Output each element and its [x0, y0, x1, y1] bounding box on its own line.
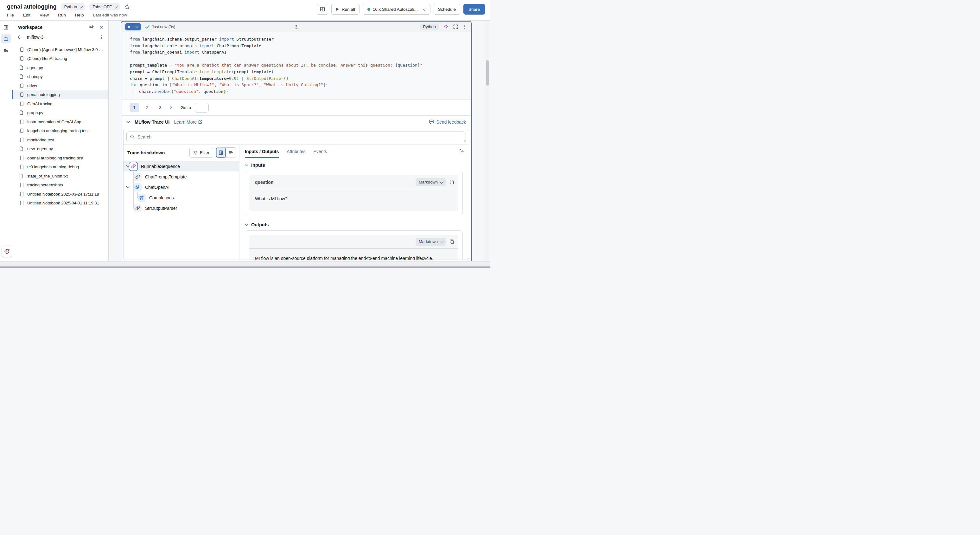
notebook-icon	[19, 101, 24, 107]
workspace-item[interactable]: genai autologging	[12, 90, 108, 99]
cell-toolbar: Just now (3s) 3 Python	[121, 22, 471, 32]
language-selector[interactable]: Python	[61, 3, 85, 10]
menu-view[interactable]: View	[40, 13, 49, 18]
fullscreen-icon[interactable]	[453, 24, 458, 29]
layout-view-button[interactable]	[317, 4, 328, 14]
workspace-item[interactable]: openai autologging tracing test	[12, 153, 108, 163]
tabs-toggle[interactable]: Tabs: OFF	[89, 3, 120, 10]
schedule-button[interactable]: Schedule	[434, 4, 460, 14]
workspace-item[interactable]: monitoring test	[12, 135, 108, 145]
outputs-collapse-chevron[interactable]	[245, 224, 248, 226]
collapse-chevron-icon[interactable]	[126, 121, 130, 123]
menu-run[interactable]: Run	[58, 13, 66, 18]
notebook-icon	[19, 128, 24, 133]
span-node-chatprompttemplate[interactable]: ChatPromptTemplate	[124, 171, 239, 182]
goto-page-input[interactable]	[195, 103, 209, 112]
tab-inputs-outputs[interactable]: Inputs / Outputs	[245, 145, 279, 158]
workspace-item[interactable]: Untitled Notebook 2025-04-01 11:19:31	[12, 199, 108, 208]
kebab-menu-icon[interactable]	[99, 35, 104, 40]
cluster-selector[interactable]: 16.x Shared Autoscali...	[363, 4, 430, 14]
page-button-2[interactable]: 2	[143, 103, 152, 112]
code-line: from langchain.schema.output_parser impo…	[130, 36, 471, 43]
cell-kebab-menu-icon[interactable]	[463, 24, 467, 29]
send-feedback-link[interactable]: Send feedback	[429, 120, 466, 125]
workspace-item[interactable]: chain.py	[12, 72, 108, 81]
span-detail-panel: Inputs / OutputsAttributesEvents Inputs	[239, 145, 469, 260]
collapse-panel-icon[interactable]	[459, 149, 465, 154]
workspace-item[interactable]: graph.py	[12, 109, 108, 118]
scrollbar-thumb[interactable]	[486, 60, 489, 86]
tree-expand-chevron[interactable]	[126, 165, 130, 167]
workspace-item[interactable]: (Clone) [Agent Framework] MLflow 3.0 D..…	[12, 45, 108, 54]
close-icon[interactable]	[99, 25, 104, 29]
current-folder-name: mlflow-3	[27, 35, 99, 40]
run-options-caret[interactable]	[134, 26, 141, 28]
menu-file[interactable]: File	[7, 13, 14, 18]
span-node-runnablesequence[interactable]: RunnableSequence	[124, 161, 239, 171]
workspace-item-label: driver	[27, 83, 105, 88]
span-node-chatopenai[interactable]: ChatOpenAI	[124, 182, 239, 192]
span-node-stroutputparser[interactable]: StrOutputParser	[124, 203, 239, 213]
run-cell-button[interactable]	[125, 23, 141, 30]
back-arrow-icon[interactable]	[17, 34, 22, 40]
next-page-icon[interactable]	[169, 105, 173, 109]
detail-view-toggle[interactable]	[216, 148, 226, 158]
workspace-item-label: agent.py	[27, 65, 105, 70]
tab-attributes[interactable]: Attributes	[286, 145, 305, 158]
workspace-item[interactable]: driver	[12, 81, 108, 90]
table-of-contents-icon[interactable]	[1, 22, 11, 32]
page-button-3[interactable]: 3	[156, 103, 165, 112]
filter-button[interactable]: Filter	[189, 148, 213, 158]
inputs-format-selector[interactable]: Markdown	[415, 178, 445, 186]
workspace-item[interactable]: Instrumentation of GenAI App	[12, 117, 108, 126]
learn-more-link[interactable]: Learn More	[174, 120, 202, 125]
workspace-folder-icon[interactable]	[1, 34, 11, 43]
copy-icon[interactable]	[449, 239, 454, 244]
workspace-item-label: openai autologging tracing test	[27, 156, 105, 160]
cluster-status-dot	[368, 8, 370, 11]
inputs-collapse-chevron[interactable]	[245, 164, 248, 166]
last-edit-link[interactable]: Last edit was now	[93, 13, 127, 18]
workspace-item[interactable]: state_of_the_union.txt	[12, 171, 108, 180]
span-node-label: RunnableSequence	[141, 164, 180, 169]
copy-icon[interactable]	[449, 180, 454, 184]
notification-dot	[8, 249, 10, 251]
page-scrollbar[interactable]	[485, 21, 489, 261]
notebook-cell[interactable]: Just now (3s) 3 Python	[121, 21, 472, 261]
tree-connector	[137, 192, 138, 198]
outputs-format-selector[interactable]: Markdown	[415, 238, 445, 246]
timeline-view-toggle[interactable]	[226, 148, 235, 158]
run-all-button[interactable]: Run all	[331, 4, 360, 14]
workspace-item[interactable]: GenAI tracing	[12, 99, 108, 109]
code-editor[interactable]: from langchain.schema.output_parser impo…	[121, 32, 471, 99]
workspace-item[interactable]: langchain autologging tracing test	[12, 126, 108, 136]
favorite-star-icon[interactable]	[124, 4, 130, 10]
workspace-item-label: langchain autologging tracing test	[27, 128, 105, 133]
trace-search-bar[interactable]	[126, 131, 466, 142]
cell-run-status: Just now (3s)	[152, 25, 175, 29]
page-button-1[interactable]: 1	[130, 103, 139, 112]
search-input[interactable]	[137, 134, 463, 139]
bottom-strip	[0, 261, 490, 267]
code-line: from langchain_core.prompts import ChatP…	[130, 43, 471, 50]
sort-icon[interactable]	[89, 24, 94, 30]
workspace-item[interactable]: tracing screenshots	[12, 180, 108, 190]
menu-help[interactable]: Help	[75, 13, 84, 18]
workspace-panel-title: Workspace	[18, 25, 84, 30]
menu-edit[interactable]: Edit	[23, 13, 30, 18]
workspace-item[interactable]: agent.py	[12, 63, 108, 72]
workspace-item[interactable]: (Clone) GenAI tracing	[12, 54, 108, 63]
tree-expand-chevron[interactable]	[126, 186, 130, 188]
cell-language-pill[interactable]: Python	[420, 24, 439, 30]
catalog-shapes-icon[interactable]	[1, 45, 11, 55]
span-node-label: ChatPromptTemplate	[145, 174, 187, 179]
menu-bar: FileEditViewRunHelpLast edit was now	[7, 13, 127, 18]
recents-clock-button[interactable]	[2, 246, 12, 257]
workspace-item[interactable]: Untitled Notebook 2025-03-24 17:11:18	[12, 190, 108, 199]
tab-events[interactable]: Events	[313, 145, 327, 158]
workspace-item[interactable]: new_agent.py	[12, 145, 108, 154]
share-button[interactable]: Share	[463, 4, 485, 14]
span-node-label: StrOutputParser	[145, 206, 177, 211]
assistant-sparkle-icon[interactable]	[444, 24, 449, 29]
workspace-item[interactable]: rc0 langchain autolog debug	[12, 163, 108, 172]
